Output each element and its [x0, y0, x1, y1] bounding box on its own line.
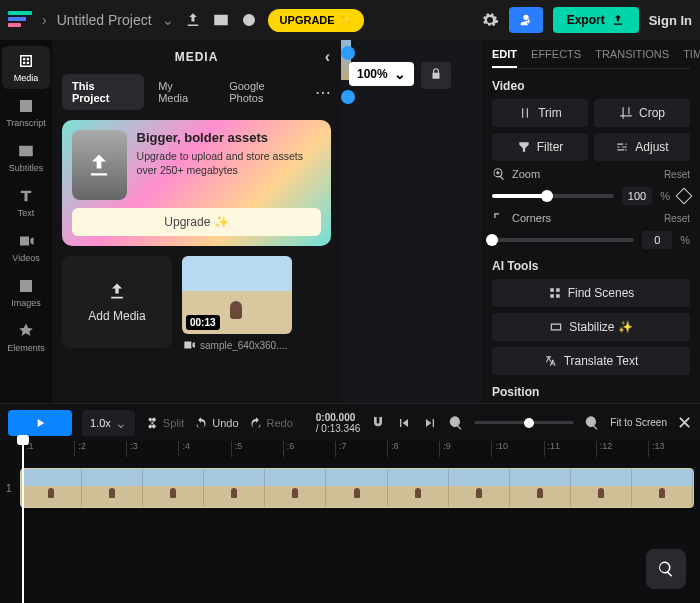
panel-title: MEDIA	[175, 50, 219, 64]
zoom-slider[interactable]	[492, 194, 614, 198]
rail-text[interactable]: Text	[2, 181, 50, 224]
redo-button: Redo	[249, 416, 293, 430]
split-button: Split	[145, 416, 184, 430]
add-media-button[interactable]: Add Media	[62, 256, 172, 348]
rail-media[interactable]: Media	[2, 46, 50, 89]
top-bar: › Untitled Project ⌄ UPGRADE ✨ Export Si…	[0, 0, 700, 40]
chevron-down-icon: ⌄	[394, 66, 406, 82]
trim-button[interactable]: Trim	[492, 99, 588, 127]
clip-duration: 00:13	[186, 315, 220, 330]
time-display: 0:00.000/ 0:13.346	[316, 412, 360, 434]
tab-transitions[interactable]: TRANSITIONS	[595, 48, 669, 68]
collapse-panel-icon[interactable]: ‹	[325, 48, 331, 66]
find-scenes-button[interactable]: Find Scenes	[492, 279, 690, 307]
stabilize-button[interactable]: Stabilize ✨	[492, 313, 690, 341]
left-rail: Media Transcript Subtitles Text Videos I…	[0, 40, 52, 403]
zoom-reset[interactable]: Reset	[664, 169, 690, 180]
section-position: Position	[492, 385, 690, 399]
share-icon[interactable]	[184, 11, 202, 29]
subtitle-icon[interactable]	[212, 11, 230, 29]
invite-button[interactable]	[509, 7, 543, 33]
corners-reset[interactable]: Reset	[664, 213, 690, 224]
next-frame-icon[interactable]	[422, 415, 438, 431]
section-video: Video	[492, 79, 690, 93]
inspector-panel: EDIT EFFECTS TRANSITIONS TIMING Video Tr…	[482, 40, 700, 403]
timeline-ruler[interactable]: :1:2:3:4:5:6:7:8:9:10:11:12:13	[0, 441, 700, 457]
settings-icon[interactable]	[481, 11, 499, 29]
canvas-zoom-dropdown[interactable]: 100%⌄	[349, 62, 414, 86]
handle-icon[interactable]	[341, 90, 355, 104]
magnet-icon[interactable]	[370, 415, 386, 431]
zoom-label: Zoom	[512, 168, 540, 180]
filter-button[interactable]: Filter	[492, 133, 588, 161]
timeline-clip[interactable]	[20, 468, 694, 508]
translate-button[interactable]: Translate Text	[492, 347, 690, 375]
rail-transcript[interactable]: Transcript	[2, 91, 50, 134]
track-number: 1	[6, 483, 16, 494]
crop-button[interactable]: Crop	[594, 99, 690, 127]
timeline-toolbar: 1.0x⌄ Split Undo Redo 0:00.000/ 0:13.346…	[0, 403, 700, 441]
play-button[interactable]	[8, 410, 72, 436]
corners-value[interactable]: 0	[642, 231, 672, 249]
tab-edit[interactable]: EDIT	[492, 48, 517, 68]
chevron-right-icon: ›	[42, 12, 47, 28]
clip-name: sample_640x360....	[182, 338, 292, 352]
keyframe-icon[interactable]	[676, 188, 693, 205]
zoom-icon	[492, 167, 506, 181]
corners-label: Corners	[512, 212, 551, 224]
corners-slider[interactable]	[492, 238, 634, 242]
playback-speed[interactable]: 1.0x⌄	[82, 410, 135, 436]
tab-my-media[interactable]: My Media	[148, 74, 215, 110]
project-title[interactable]: Untitled Project	[57, 12, 152, 28]
tab-timing[interactable]: TIMING	[683, 48, 700, 68]
export-button[interactable]: Export	[553, 7, 639, 33]
section-ai: AI Tools	[492, 259, 690, 273]
lock-button[interactable]	[421, 62, 451, 89]
app-logo[interactable]	[8, 11, 32, 29]
promo-upgrade-button[interactable]: Upgrade ✨	[72, 208, 321, 236]
rail-elements[interactable]: Elements	[2, 316, 50, 359]
rail-subtitles[interactable]: Subtitles	[2, 136, 50, 179]
adjust-button[interactable]: Adjust	[594, 133, 690, 161]
playhead[interactable]	[22, 441, 24, 603]
prev-frame-icon[interactable]	[396, 415, 412, 431]
rail-videos[interactable]: Videos	[2, 226, 50, 269]
fit-to-screen-button[interactable]: Fit to Screen	[610, 417, 667, 428]
tab-effects[interactable]: EFFECTS	[531, 48, 581, 68]
media-tabs: This Project My Media Google Photos ⋯	[52, 74, 341, 110]
timeline-tracks[interactable]: 1	[0, 457, 700, 603]
upgrade-promo: Bigger, bolder assets Upgrade to upload …	[62, 120, 331, 246]
media-clip[interactable]: 00:13 sample_640x360....	[182, 256, 292, 352]
media-panel: MEDIA‹ This Project My Media Google Phot…	[52, 40, 341, 403]
tab-this-project[interactable]: This Project	[62, 74, 144, 110]
zoom-in-icon[interactable]	[584, 415, 600, 431]
theme-icon[interactable]	[240, 11, 258, 29]
chevron-down-icon[interactable]: ⌄	[162, 12, 174, 28]
close-icon[interactable]: ✕	[677, 412, 692, 434]
handle-icon[interactable]	[341, 46, 355, 60]
zoom-out-icon[interactable]	[448, 415, 464, 431]
search-button[interactable]	[646, 549, 686, 589]
zoom-value[interactable]: 100	[622, 187, 652, 205]
rail-images[interactable]: Images	[2, 271, 50, 314]
upgrade-button[interactable]: UPGRADE ✨	[268, 9, 364, 32]
corners-icon	[492, 211, 506, 225]
preview-canvas[interactable]: 100%⌄	[341, 40, 482, 403]
undo-button[interactable]: Undo	[194, 416, 238, 430]
sign-in-link[interactable]: Sign In	[649, 13, 692, 28]
timeline-zoom-slider[interactable]	[474, 421, 574, 424]
promo-heading: Bigger, bolder assets	[137, 130, 321, 145]
more-icon[interactable]: ⋯	[315, 83, 331, 102]
tab-google-photos[interactable]: Google Photos	[219, 74, 311, 110]
promo-body: Upgrade to upload and store assets over …	[137, 149, 321, 177]
upload-icon	[72, 130, 127, 200]
